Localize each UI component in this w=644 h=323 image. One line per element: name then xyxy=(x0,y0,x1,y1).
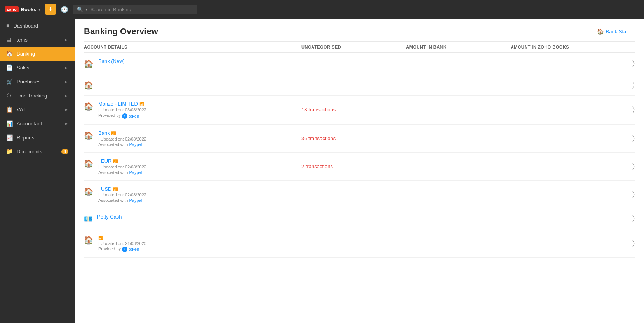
sidebar-item-sales[interactable]: 📄 Sales ► xyxy=(0,61,75,75)
paypal-link-usd[interactable]: Paypal xyxy=(129,198,142,203)
account-cell-unknown2: 🏠 📶 | Updated on: 21/03/2020 Provided by… xyxy=(84,234,301,252)
main-layout: ■ Dashboard ▤ Items ► 🏠 Banking 📄 Sales … xyxy=(0,19,644,323)
bank-statement-button[interactable]: 🏠 Bank State... xyxy=(597,28,635,35)
content-area: Banking Overview 🏠 Bank State... ACCOUNT… xyxy=(75,19,644,323)
banking-table: ACCOUNT DETAILS UNCATEGORISED AMOUNT IN … xyxy=(75,41,644,323)
account-name-usd[interactable]: | USD 📶 xyxy=(98,186,146,192)
purchases-arrow-icon: ► xyxy=(64,80,68,84)
table-row: 🏠 Bank (New) 〉 xyxy=(84,53,635,74)
account-sub-unknown2-update: | Updated on: 21/03/2020 xyxy=(98,241,146,246)
banking-icon: 🏠 xyxy=(6,50,13,57)
paypal-link-eur[interactable]: Paypal xyxy=(129,170,142,175)
account-sub-monzo-provided: Provided by t token xyxy=(98,113,146,119)
sidebar: ■ Dashboard ▤ Items ► 🏠 Banking 📄 Sales … xyxy=(0,19,75,323)
expand-button-unknown1[interactable]: 〉 xyxy=(615,81,635,89)
documents-icon: 📁 xyxy=(6,148,13,155)
purchases-icon: 🛒 xyxy=(6,78,13,85)
table-row: 🏠 | EUR 📶 | Updated on: 02/08/2022 Assoc… xyxy=(84,153,635,181)
expand-button-petty-cash[interactable]: 〉 xyxy=(615,214,635,222)
zoho-logo-box: zoho xyxy=(5,6,19,12)
documents-badge: 4 xyxy=(61,149,68,154)
account-name-monzo[interactable]: Monzo - LIMITED 📶 xyxy=(98,101,146,107)
sidebar-item-items[interactable]: ▤ Items ► xyxy=(0,33,75,47)
sidebar-item-banking[interactable]: 🏠 Banking xyxy=(0,47,75,61)
sidebar-label-purchases: Purchases xyxy=(17,79,61,85)
th-expand xyxy=(615,45,635,49)
account-name-eur[interactable]: | EUR 📶 xyxy=(98,158,146,164)
accountant-arrow-icon: ► xyxy=(64,122,68,126)
account-sub-usd-assoc: Associated with Paypal xyxy=(98,198,146,203)
token-icon: t token xyxy=(122,113,139,119)
sidebar-item-purchases[interactable]: 🛒 Purchases ► xyxy=(0,75,75,89)
account-cell-usd: 🏠 | USD 📶 | Updated on: 02/08/2022 Assoc… xyxy=(84,186,301,203)
page-header: Banking Overview 🏠 Bank State... xyxy=(75,19,644,41)
account-sub-bank-paypal-assoc: Associated with Paypal xyxy=(98,142,146,147)
account-name-petty-cash[interactable]: Petty Cash xyxy=(97,214,122,220)
search-filter-icon[interactable]: ▾ xyxy=(85,7,88,12)
add-button[interactable]: + xyxy=(45,4,56,15)
search-icon: 🔍 xyxy=(77,7,83,12)
accountant-icon: 📊 xyxy=(6,120,13,127)
sidebar-item-vat[interactable]: 📋 VAT ► xyxy=(0,102,75,116)
account-cell-eur: 🏠 | EUR 📶 | Updated on: 02/08/2022 Assoc… xyxy=(84,158,301,175)
th-amount-in-bank: AMOUNT IN BANK xyxy=(406,45,510,49)
paypal-link[interactable]: Paypal xyxy=(129,142,142,147)
logo-books-text: Books xyxy=(21,7,37,12)
sidebar-item-accountant[interactable]: 📊 Accountant ► xyxy=(0,116,75,130)
sidebar-label-banking: Banking xyxy=(17,51,68,57)
expand-button-bank-paypal[interactable]: 〉 xyxy=(615,134,635,142)
sidebar-label-time-tracking: Time Tracking xyxy=(16,93,61,99)
sidebar-item-time-tracking[interactable]: ⏱ Time Tracking ► xyxy=(0,89,75,102)
table-header: ACCOUNT DETAILS UNCATEGORISED AMOUNT IN … xyxy=(84,41,635,53)
rss-icon: 📶 xyxy=(98,236,103,240)
th-amount-in-zoho: AMOUNT IN ZOHO BOOKS xyxy=(511,45,615,49)
account-sub-unknown2-provided: Provided by t token xyxy=(98,247,146,252)
bank-building-icon: 🏠 xyxy=(84,80,94,90)
expand-button-unknown2[interactable]: 〉 xyxy=(615,239,635,247)
expand-button-usd[interactable]: 〉 xyxy=(615,190,635,198)
items-icon: ▤ xyxy=(6,36,11,43)
table-row: 🏠 | USD 📶 | Updated on: 02/08/2022 Assoc… xyxy=(84,181,635,208)
bank-statement-label: Bank State... xyxy=(606,29,635,35)
rss-icon: 📶 xyxy=(111,131,116,135)
account-sub-eur-assoc: Associated with Paypal xyxy=(98,170,146,175)
expand-button-monzo[interactable]: 〉 xyxy=(615,106,635,114)
bank-building-icon: 🏠 xyxy=(84,187,94,196)
sidebar-label-accountant: Accountant xyxy=(17,121,61,127)
table-row: 🏠 📶 | Updated on: 21/03/2020 Provided by… xyxy=(84,229,635,258)
th-account-details: ACCOUNT DETAILS xyxy=(84,45,301,49)
account-cell-bank-paypal: 🏠 Bank 📶 | Updated on: 02/08/2022 Associ… xyxy=(84,130,301,147)
expand-button-bank-new[interactable]: 〉 xyxy=(615,59,635,68)
bank-statement-icon: 🏠 xyxy=(597,28,604,35)
search-bar: 🔍 ▾ Search in Banking xyxy=(73,5,197,14)
sales-arrow-icon: ► xyxy=(64,66,68,70)
search-placeholder-text[interactable]: Search in Banking xyxy=(90,7,131,12)
rss-icon: 📶 xyxy=(113,187,118,191)
bank-building-icon: 🏠 xyxy=(84,159,94,168)
sidebar-item-dashboard[interactable]: ■ Dashboard xyxy=(0,19,75,33)
account-name-unknown2[interactable]: 📶 xyxy=(98,234,146,240)
time-tracking-arrow-icon: ► xyxy=(64,94,68,98)
account-cell-unknown1: 🏠 xyxy=(84,80,301,90)
items-arrow-icon: ► xyxy=(64,38,68,42)
bank-building-icon: 🏠 xyxy=(84,59,94,68)
petty-cash-icon: 💶 xyxy=(84,215,92,223)
logo-chevron-icon[interactable]: ▾ xyxy=(38,7,40,12)
uncategorised-bank-paypal[interactable]: 36 transactions xyxy=(301,135,406,141)
account-sub-bank-paypal-update: | Updated on: 02/08/2022 xyxy=(98,137,146,141)
account-sub-monzo-update: | Updated on: 03/08/2022 xyxy=(98,108,146,112)
account-cell-bank-new: 🏠 Bank (New) xyxy=(84,58,301,68)
sidebar-label-reports: Reports xyxy=(17,135,68,141)
expand-button-eur[interactable]: 〉 xyxy=(615,162,635,170)
history-icon[interactable]: 🕐 xyxy=(61,6,68,13)
vat-arrow-icon: ► xyxy=(64,108,68,112)
page-title: Banking Overview xyxy=(84,26,158,36)
sidebar-item-documents[interactable]: 📁 Documents 4 xyxy=(0,144,75,158)
account-name-bank-new[interactable]: Bank (New) xyxy=(98,58,125,64)
sidebar-item-reports[interactable]: 📈 Reports xyxy=(0,130,75,144)
account-name-bank-paypal[interactable]: Bank 📶 xyxy=(98,130,146,136)
bank-building-icon: 🏠 xyxy=(84,102,94,111)
reports-icon: 📈 xyxy=(6,134,13,141)
uncategorised-eur[interactable]: 2 transactions xyxy=(301,163,406,169)
uncategorised-monzo[interactable]: 18 transactions xyxy=(301,107,406,113)
